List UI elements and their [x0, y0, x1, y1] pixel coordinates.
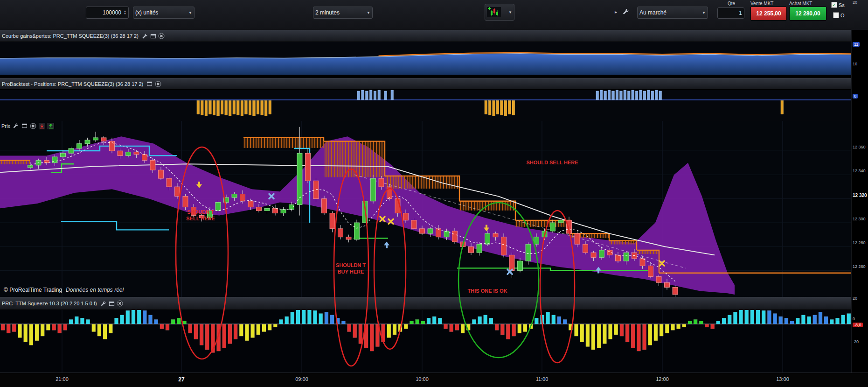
axis-value-label: 20 [853, 296, 857, 301]
trading-workspace: 100000 ▲ ▼ (x) unités ▼ 2 minutes ▼ ▼ ▸ [0, 0, 868, 387]
positions-panel-header[interactable]: ProBacktest - Positions: PRC_TTM SQUEEZE… [0, 78, 852, 90]
order-qty-value: 1 [739, 10, 742, 16]
wrench-icon [13, 123, 19, 129]
time-axis[interactable]: 21:002709:0010:0011:0012:0013:00 [0, 373, 868, 387]
checkbox-empty-icon[interactable]: ✓ [833, 12, 839, 18]
panel-divider [0, 75, 852, 78]
time-axis-label: 13:00 [769, 376, 797, 382]
time-axis-label: 27 [167, 376, 195, 383]
panel-close-button[interactable] [158, 33, 165, 40]
panel-close-button[interactable] [117, 300, 124, 307]
close-icon [158, 33, 165, 39]
wrench-icon [100, 301, 106, 307]
time-axis-label: 11:00 [528, 376, 556, 382]
equity-panel-title: Courbe gains&pertes: PRC_TTM SQUEEZE(3) … [2, 33, 139, 39]
candle-chart-icon [487, 7, 501, 17]
timeframe-label: 2 minutes [315, 9, 340, 16]
sell-market-button[interactable]: 12 255,00 [750, 7, 787, 21]
checkbox-checked-icon[interactable]: ✓ [831, 2, 837, 8]
axis-value-label: 12 260 [853, 264, 866, 269]
quantity-spinner[interactable]: ▲ ▼ [124, 10, 126, 15]
chevron-down-icon: ▼ [508, 10, 512, 14]
wrench-icon [622, 8, 629, 15]
window-icon [150, 33, 156, 39]
copyright-notice: © ProRealTime TradingDonnées en temps ré… [4, 287, 124, 293]
window-icon [146, 81, 153, 87]
quantity-stepper[interactable]: 100000 ▲ ▼ [86, 7, 129, 19]
panel-settings-button[interactable] [141, 33, 148, 40]
quantity-value: 100000 [103, 9, 121, 16]
buy-mkt-label: Achat MKT [789, 1, 812, 6]
close-icon [30, 123, 36, 129]
axis-value-label: 12 360 [853, 145, 866, 149]
close-icon [155, 81, 161, 87]
panel-settings-button[interactable] [12, 122, 19, 129]
time-axis-label: 10:00 [408, 376, 436, 382]
axis-value-label: 0 [853, 317, 855, 321]
panel-window-button[interactable] [108, 300, 115, 307]
time-axis-label: 12:00 [648, 376, 676, 382]
squeeze-panel-title: PRC_TTM Squeeze 10.3 (20 2 20 1.5 0 f) [2, 301, 97, 306]
equity-panel-header[interactable]: Courbe gains&pertes: PRC_TTM SQUEEZE(3) … [0, 30, 852, 42]
sell-order-button[interactable] [39, 122, 46, 129]
order-type-label: Au marché [639, 9, 667, 16]
panel-window-button[interactable] [146, 80, 153, 87]
o-label: O [840, 13, 845, 18]
spinner-down-icon[interactable]: ▼ [124, 13, 126, 15]
timeframe-select[interactable]: 2 minutes ▼ [313, 7, 373, 19]
price-panel-toolbar: Prix [1, 122, 55, 129]
squeeze-chart[interactable] [0, 310, 852, 373]
brand-text: © ProRealTime Trading [4, 287, 62, 293]
download-icon [39, 123, 45, 129]
upload-icon [48, 123, 54, 129]
axis-value-label: 20 [853, 0, 857, 5]
time-axis-label: 21:00 [48, 376, 76, 382]
order-qty-input[interactable]: 1 [717, 7, 744, 19]
axis-value-label: 12 340 [853, 169, 866, 173]
buy-price: 12 280,00 [795, 10, 820, 17]
buy-market-button[interactable]: 12 280,00 [789, 7, 826, 21]
axis-value-label: 10 [853, 62, 857, 66]
panel-settings-button[interactable] [100, 300, 107, 307]
quantity-unit-select[interactable]: (x) unités ▼ [133, 7, 194, 19]
window-icon [109, 301, 115, 307]
axis-value-label: 12 320 [853, 193, 867, 198]
buy-order-button[interactable] [48, 122, 55, 129]
top-toolbar: 100000 ▲ ▼ (x) unités ▼ 2 minutes ▼ ▼ ▸ [0, 0, 868, 30]
objective-checkbox[interactable]: ✓ O [833, 12, 845, 18]
quantity-unit-label: (x) unités [135, 9, 158, 16]
expand-right-icon[interactable]: ▸ [615, 9, 617, 14]
axis-value-label: 0 [853, 94, 858, 99]
axis-value-label: -20 [853, 339, 859, 344]
window-icon [21, 123, 28, 129]
panel-close-button[interactable] [30, 122, 37, 129]
stop-checkbox[interactable]: ✓ Ss [831, 2, 845, 8]
axis-value-label: -8,0 [853, 323, 863, 327]
price-chart[interactable]: Prix © ProRealTime TradingDonnées en tem… [0, 121, 852, 297]
time-axis-label: 09:00 [288, 376, 316, 382]
chevron-down-icon: ▼ [702, 11, 706, 15]
qty-column-label: Qte [728, 1, 735, 6]
order-type-select[interactable]: Au marché ▼ [637, 7, 708, 19]
price-scale-column[interactable]: 201110012 36012 34012 32012 30012 28012 … [851, 30, 868, 373]
axis-value-label: 12 280 [853, 240, 866, 245]
panel-close-button[interactable] [154, 80, 161, 87]
panel-window-button[interactable] [21, 122, 28, 129]
ss-label: Ss [839, 2, 845, 8]
positions-panel-title: ProBacktest - Positions: PRC_TTM SQUEEZE… [2, 81, 143, 87]
chart-type-button[interactable]: ▼ [485, 4, 514, 21]
close-icon [117, 300, 123, 307]
order-settings-button[interactable] [622, 8, 629, 15]
squeeze-panel-header[interactable]: PRC_TTM Squeeze 10.3 (20 2 20 1.5 0 f) [0, 297, 852, 310]
sell-mkt-label: Vente MKT [750, 1, 773, 6]
axis-value-label: 11 [853, 42, 860, 47]
sell-price: 12 255,00 [756, 10, 781, 17]
price-panel-title: Prix [1, 123, 10, 129]
chevron-down-icon: ▼ [188, 11, 192, 15]
equity-chart[interactable] [0, 42, 852, 75]
realtime-data-text: Données en temps réel [66, 287, 124, 293]
panel-window-button[interactable] [150, 33, 157, 40]
positions-chart[interactable] [0, 90, 852, 121]
axis-value-label: 12 300 [853, 217, 866, 221]
chevron-down-icon: ▼ [367, 11, 370, 15]
